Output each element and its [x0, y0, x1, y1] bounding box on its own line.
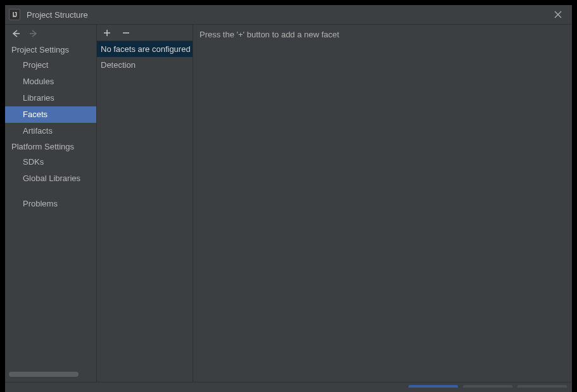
sidebar-heading-project-settings: Project Settings: [5, 42, 96, 57]
facet-list: No facets are configured Detection: [97, 41, 193, 382]
sidebar-heading-platform-settings: Platform Settings: [5, 139, 96, 154]
add-facet-button[interactable]: [102, 28, 112, 38]
sidebar-item-modules[interactable]: Modules: [5, 73, 96, 90]
dialog-footer: [5, 382, 572, 392]
facet-toolbar: [97, 25, 193, 41]
facet-column: No facets are configured Detection: [97, 25, 193, 382]
sidebar-item-libraries[interactable]: Libraries: [5, 90, 96, 106]
detail-pane: Press the '+' button to add a new facet: [193, 25, 572, 382]
dialog-body: Project Settings Project Modules Librari…: [5, 24, 572, 382]
plus-icon: [103, 29, 111, 37]
close-icon: [554, 11, 562, 18]
sidebar-list: Project Settings Project Modules Librari…: [5, 42, 96, 368]
project-structure-dialog: IJ Project Structure: [5, 5, 572, 392]
nav-row: [5, 25, 96, 42]
nav-forward-button[interactable]: [28, 28, 39, 39]
sidebar-horizontal-scrollbar[interactable]: [9, 370, 92, 378]
arrow-left-icon: [11, 30, 20, 37]
sidebar-item-artifacts[interactable]: Artifacts: [5, 123, 96, 139]
close-button[interactable]: [550, 8, 566, 22]
apply-button[interactable]: [517, 385, 567, 390]
facet-item-none-configured[interactable]: No facets are configured: [97, 41, 193, 57]
minus-icon: [122, 29, 130, 37]
detail-hint: Press the '+' button to add a new facet: [200, 30, 566, 39]
remove-facet-button[interactable]: [121, 28, 131, 38]
sidebar-item-project[interactable]: Project: [5, 57, 96, 73]
app-icon: IJ: [9, 9, 20, 20]
window-title: Project Structure: [27, 10, 88, 20]
sidebar-item-sdks[interactable]: SDKs: [5, 154, 96, 170]
sidebar-spacer: [5, 187, 96, 196]
sidebar: Project Settings Project Modules Librari…: [5, 25, 97, 382]
nav-back-button[interactable]: [10, 28, 22, 39]
scrollbar-thumb[interactable]: [9, 372, 79, 377]
sidebar-item-facets[interactable]: Facets: [5, 106, 96, 123]
sidebar-item-problems[interactable]: Problems: [5, 196, 96, 212]
ok-button[interactable]: [409, 385, 458, 390]
titlebar: IJ Project Structure: [5, 5, 572, 24]
sidebar-item-global-libraries[interactable]: Global Libraries: [5, 170, 96, 187]
cancel-button[interactable]: [463, 385, 512, 390]
arrow-right-icon: [29, 30, 38, 37]
facet-item-detection[interactable]: Detection: [97, 57, 193, 73]
